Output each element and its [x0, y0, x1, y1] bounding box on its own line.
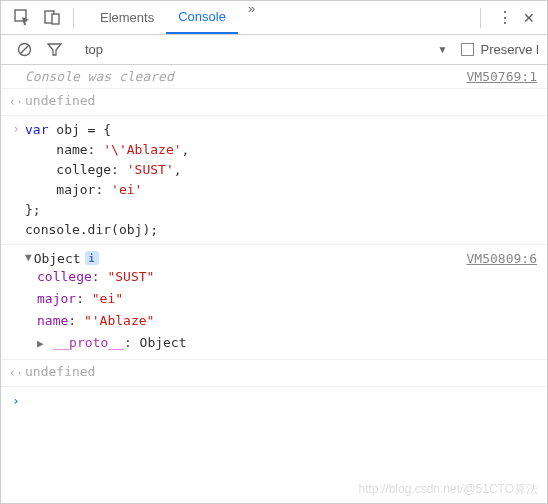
tab-console[interactable]: Console	[166, 1, 238, 34]
tab-elements[interactable]: Elements	[88, 1, 166, 34]
context-select[interactable]: top	[79, 40, 109, 59]
object-property[interactable]: name: "'Ablaze"	[37, 310, 187, 332]
context-dropdown-icon[interactable]: ▼	[438, 44, 448, 55]
info-icon[interactable]: i	[85, 251, 99, 265]
console-input-echo: › var obj = { name: '\'Ablaze', college:…	[1, 116, 547, 244]
console-subbar: top ▼ Preserve l	[1, 35, 547, 65]
object-proto[interactable]: ▶ __proto__: Object	[37, 332, 187, 355]
tab-strip: Elements Console »	[88, 1, 474, 34]
console-prompt[interactable]: ›	[1, 387, 547, 414]
source-link[interactable]: VM50769:1	[467, 69, 547, 84]
undefined-value: undefined	[25, 93, 547, 108]
preserve-label: Preserve l	[480, 42, 539, 57]
console-dir-output: ▼ Object i VM50809:6 college: "SUST" maj…	[1, 244, 547, 360]
tabs-overflow[interactable]: »	[238, 1, 265, 34]
clear-console-icon[interactable]	[11, 37, 37, 63]
object-property[interactable]: college: "SUST"	[37, 266, 187, 288]
input-icon: ›	[7, 120, 25, 138]
undefined-value: undefined	[25, 364, 547, 379]
close-icon[interactable]: ✕	[523, 10, 535, 26]
prompt-icon: ›	[7, 393, 25, 408]
kebab-menu-icon[interactable]: ⋮	[497, 8, 513, 27]
code-block: var obj = { name: '\'Ablaze', college: '…	[25, 120, 547, 240]
preserve-checkbox[interactable]	[461, 43, 474, 56]
source-link[interactable]: VM50809:6	[467, 251, 547, 266]
svg-line-4	[20, 46, 28, 54]
inspect-icon[interactable]	[9, 5, 35, 31]
device-toggle-icon[interactable]	[39, 5, 65, 31]
result-icon: ‹·	[7, 364, 25, 382]
console-message: Console was cleared VM50769:1	[1, 65, 547, 89]
devtools-toolbar: Elements Console » ⋮ ✕	[1, 1, 547, 35]
separator	[480, 8, 481, 28]
result-icon: ‹·	[7, 93, 25, 111]
object-property[interactable]: major: "ei"	[37, 288, 187, 310]
filter-icon[interactable]	[41, 37, 67, 63]
console-result: ‹· undefined	[1, 360, 547, 387]
preserve-log[interactable]: Preserve l	[461, 42, 539, 57]
cleared-message: Console was cleared	[25, 69, 467, 84]
console-result: ‹· undefined	[1, 89, 547, 116]
disclosure-down-icon[interactable]: ▼	[25, 251, 32, 264]
watermark: http://blog.csdn.net/@51CTO算法	[359, 481, 538, 498]
disclosure-right-icon[interactable]: ▶	[37, 337, 44, 350]
svg-rect-2	[52, 14, 59, 24]
object-label[interactable]: Object	[34, 251, 81, 266]
console-output: Console was cleared VM50769:1 ‹· undefin…	[1, 65, 547, 414]
separator	[73, 8, 74, 28]
object-properties: college: "SUST" major: "ei" name: "'Abla…	[7, 266, 187, 355]
